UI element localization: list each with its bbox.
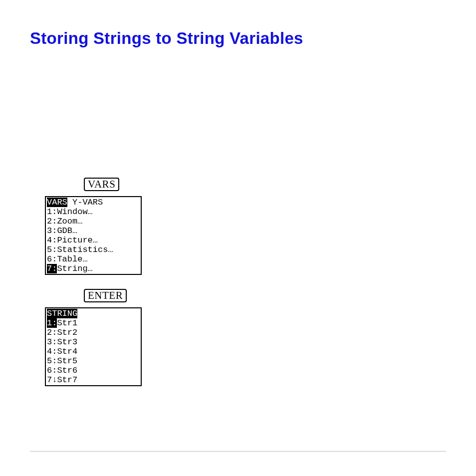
vars-item: 4:Picture… [47, 236, 140, 245]
string-item: 4:Str4 [47, 347, 140, 356]
string-menu-header: STRING [47, 309, 140, 318]
string-selected-label: Str1 [57, 318, 77, 328]
page-title: Storing Strings to String Variables [30, 29, 446, 48]
vars-tab-other: Y-VARS [67, 198, 103, 207]
vars-item: 6:Table… [47, 254, 140, 264]
vars-tab-row: VARS Y-VARS [47, 198, 140, 207]
string-item: 5:Str5 [47, 356, 140, 366]
vars-item: 2:Zoom… [47, 217, 140, 226]
vars-key: VARS [84, 178, 119, 191]
vars-item: 1:Window… [47, 207, 140, 217]
vars-item: 3:GDB… [47, 226, 140, 236]
string-item-selected: 1:Str1 [47, 318, 140, 328]
vars-item-selected: 7:String… [47, 264, 140, 273]
vars-selected-label: String… [57, 264, 92, 273]
string-item: 6:Str6 [47, 366, 140, 375]
vars-item: 5:Statistics… [47, 245, 140, 254]
vars-tab-selected: VARS [47, 198, 67, 207]
horizontal-rule [30, 451, 446, 452]
string-item: 3:Str3 [47, 337, 140, 347]
enter-key: ENTER [84, 289, 127, 302]
vars-menu-screen: VARS Y-VARS 1:Window… 2:Zoom… 3:GDB… 4:P… [45, 196, 142, 275]
string-menu-screen: STRING 1:Str1 2:Str2 3:Str3 4:Str4 5:Str… [45, 307, 142, 386]
vars-selected-prefix: 7: [47, 264, 57, 273]
string-selected-prefix: 1: [47, 318, 57, 328]
string-item: 7↓Str7 [47, 375, 140, 385]
string-item: 2:Str2 [47, 328, 140, 337]
